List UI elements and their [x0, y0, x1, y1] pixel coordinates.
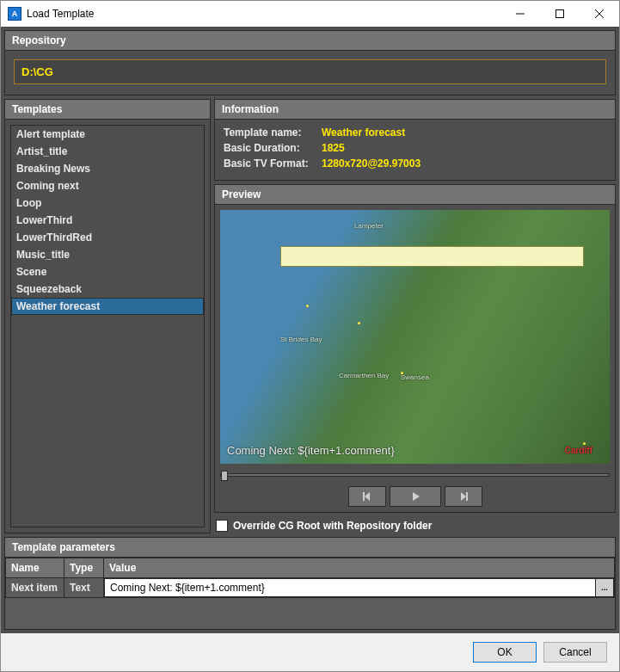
info-value: 1280x720@29.97003 [322, 157, 420, 170]
parameters-col-value[interactable]: Value [104, 558, 615, 578]
template-item[interactable]: Breaking News [11, 160, 204, 177]
preview-image: St Brides Bay Carmarthen Bay Cardiff Swa… [220, 210, 610, 464]
templates-list[interactable]: Alert templateArtist_titleBreaking NewsC… [10, 125, 205, 527]
templates-panel: Templates Alert templateArtist_titleBrea… [4, 99, 211, 533]
svg-rect-8 [466, 492, 468, 501]
templates-header: Templates [5, 100, 210, 120]
param-type: Text [64, 578, 104, 598]
information-panel: Information Template name:Weather foreca… [214, 99, 616, 181]
param-browse-button[interactable]: ... [595, 578, 614, 597]
override-label: Override CG Root with Repository folder [233, 520, 432, 532]
cancel-button[interactable]: Cancel [543, 642, 607, 663]
repository-path-field[interactable]: D:\CG [14, 59, 606, 84]
play-button[interactable] [390, 486, 441, 507]
preview-scrubber[interactable] [220, 469, 610, 481]
window-title: Load Template [27, 8, 500, 20]
param-name: Next item [6, 578, 64, 598]
maximize-button[interactable] [540, 1, 580, 27]
svg-marker-7 [461, 492, 466, 501]
svg-rect-1 [556, 10, 564, 18]
info-label: Template name: [224, 126, 322, 139]
info-label: Basic TV Format: [224, 157, 322, 170]
svg-rect-5 [363, 492, 365, 501]
preview-overlay-text: Coming Next: ${item+1.comment} [227, 444, 395, 457]
template-item[interactable]: Alert template [11, 126, 204, 143]
information-header: Information [215, 100, 615, 120]
template-item[interactable]: Coming next [11, 177, 204, 194]
repository-panel: Repository D:\CG [4, 30, 616, 96]
template-item[interactable]: Artist_title [11, 143, 204, 160]
template-parameters-header: Template parameters [5, 538, 615, 558]
step-forward-button[interactable] [445, 486, 482, 507]
parameters-col-name[interactable]: Name [6, 558, 64, 578]
template-item[interactable]: Scene [11, 263, 204, 281]
parameters-col-type[interactable]: Type [64, 558, 104, 578]
close-button[interactable] [580, 1, 619, 27]
preview-panel: Preview St Brides Bay Carmarthen Bay Car… [214, 184, 616, 513]
preview-header: Preview [215, 185, 615, 205]
load-template-dialog: A Load Template Repository D:\CG Templat… [0, 0, 620, 672]
template-item[interactable]: Music_title [11, 246, 204, 263]
repository-header: Repository [5, 31, 615, 51]
template-item[interactable]: LowerThirdRed [11, 229, 204, 246]
dialog-footer: OK Cancel [1, 633, 619, 671]
parameters-table: Name Type Value Next itemText... [5, 558, 615, 598]
step-back-button[interactable] [348, 486, 386, 507]
app-icon: A [8, 7, 21, 21]
info-value: Weather forecast [322, 126, 405, 139]
svg-marker-6 [413, 492, 420, 501]
info-value: 1825 [322, 142, 345, 154]
template-item[interactable]: LowerThird [11, 212, 204, 229]
table-row: Next itemText... [6, 578, 615, 598]
ok-button[interactable]: OK [473, 642, 537, 663]
template-item[interactable]: Squeezeback [11, 281, 204, 298]
titlebar: A Load Template [1, 1, 619, 27]
minimize-button[interactable] [500, 1, 540, 27]
template-parameters-panel: Template parameters Name Type Value Next… [4, 537, 616, 630]
info-label: Basic Duration: [224, 142, 322, 154]
override-checkbox[interactable] [216, 520, 228, 532]
param-value-input[interactable] [104, 578, 595, 597]
svg-marker-4 [365, 492, 370, 501]
template-item[interactable]: Weather forecast [11, 298, 204, 315]
template-item[interactable]: Loop [11, 194, 204, 212]
